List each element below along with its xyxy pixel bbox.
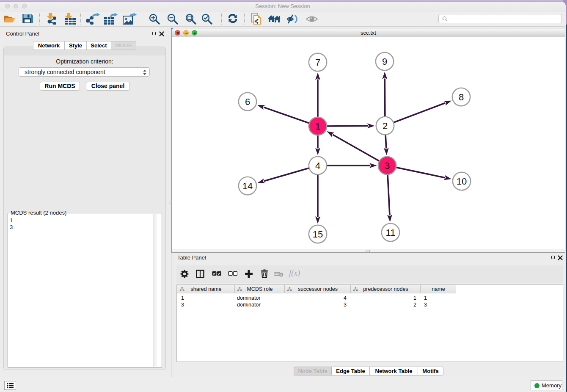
svg-text:10: 10 <box>457 176 467 187</box>
svg-text:9: 9 <box>382 56 387 67</box>
svg-text:11: 11 <box>386 227 396 238</box>
svg-text:8: 8 <box>459 92 464 102</box>
svg-text:7: 7 <box>315 57 320 68</box>
svg-text:4: 4 <box>315 160 320 171</box>
svg-text:1: 1 <box>315 121 320 132</box>
svg-text:2: 2 <box>383 121 388 131</box>
svg-text:3: 3 <box>385 160 390 171</box>
svg-text:14: 14 <box>242 181 253 191</box>
svg-text:6: 6 <box>245 97 250 107</box>
svg-text:15: 15 <box>313 229 323 240</box>
